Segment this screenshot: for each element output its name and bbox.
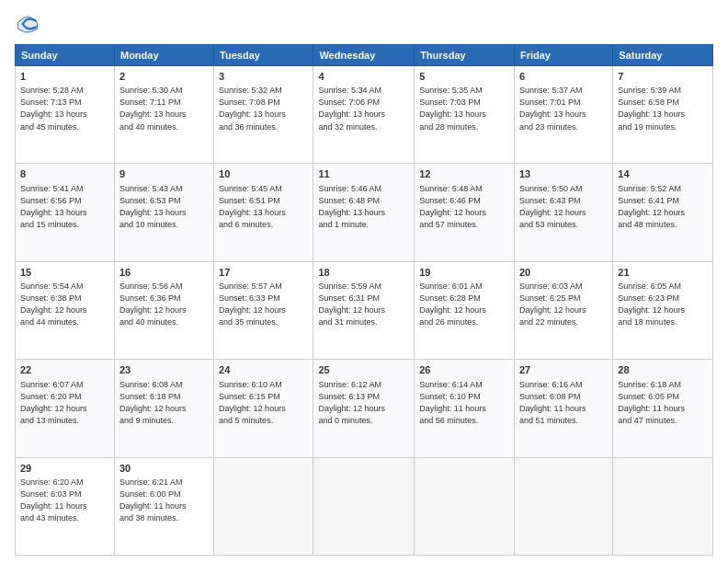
calendar-week-4: 22Sunrise: 6:07 AMSunset: 6:20 PMDayligh…	[16, 360, 713, 457]
calendar-table: SundayMondayTuesdayWednesdayThursdayFrid…	[15, 44, 713, 556]
day-info: Sunrise: 5:32 AMSunset: 7:08 PMDaylight:…	[219, 85, 308, 132]
weekday-header-friday: Friday	[514, 45, 612, 66]
day-number: 4	[318, 70, 409, 84]
day-number: 9	[119, 167, 209, 181]
calendar-cell: 16Sunrise: 5:56 AMSunset: 6:36 PMDayligh…	[114, 261, 213, 359]
calendar-cell: 15Sunrise: 5:54 AMSunset: 6:38 PMDayligh…	[16, 261, 115, 359]
calendar-cell: 18Sunrise: 5:59 AMSunset: 6:31 PMDayligh…	[313, 261, 415, 359]
day-number: 10	[219, 167, 308, 181]
calendar-cell: 17Sunrise: 5:57 AMSunset: 6:33 PMDayligh…	[214, 261, 313, 359]
day-info: Sunrise: 5:35 AMSunset: 7:03 PMDaylight:…	[419, 85, 509, 132]
calendar-cell	[415, 457, 515, 555]
day-info: Sunrise: 6:12 AMSunset: 6:13 PMDaylight:…	[318, 379, 409, 427]
day-number: 18	[318, 266, 409, 280]
day-info: Sunrise: 6:21 AMSunset: 6:00 PMDaylight:…	[119, 477, 209, 524]
calendar-cell: 1Sunrise: 5:28 AMSunset: 7:13 PMDaylight…	[16, 66, 115, 164]
day-number: 6	[519, 70, 608, 84]
calendar-cell: 22Sunrise: 6:07 AMSunset: 6:20 PMDayligh…	[16, 360, 115, 457]
calendar-cell: 28Sunrise: 6:18 AMSunset: 6:05 PMDayligh…	[613, 360, 713, 457]
day-info: Sunrise: 6:18 AMSunset: 6:05 PMDaylight:…	[618, 379, 708, 427]
day-info: Sunrise: 6:16 AMSunset: 6:08 PMDaylight:…	[519, 379, 608, 427]
calendar-week-5: 29Sunrise: 6:20 AMSunset: 6:03 PMDayligh…	[16, 457, 713, 555]
day-info: Sunrise: 6:08 AMSunset: 6:18 PMDaylight:…	[119, 379, 209, 427]
day-info: Sunrise: 5:57 AMSunset: 6:33 PMDaylight:…	[219, 281, 308, 328]
day-number: 19	[419, 266, 509, 280]
day-number: 28	[618, 363, 708, 377]
calendar-cell: 13Sunrise: 5:50 AMSunset: 6:43 PMDayligh…	[514, 164, 612, 261]
day-info: Sunrise: 5:45 AMSunset: 6:51 PMDaylight:…	[219, 183, 308, 231]
calendar-cell: 10Sunrise: 5:45 AMSunset: 6:51 PMDayligh…	[214, 164, 313, 261]
calendar-cell: 12Sunrise: 5:48 AMSunset: 6:46 PMDayligh…	[415, 164, 515, 261]
day-number: 22	[20, 363, 109, 377]
weekday-header-wednesday: Wednesday	[313, 45, 415, 66]
weekday-header-tuesday: Tuesday	[214, 45, 313, 66]
day-info: Sunrise: 6:07 AMSunset: 6:20 PMDaylight:…	[20, 379, 109, 427]
day-number: 12	[419, 167, 509, 181]
day-info: Sunrise: 5:54 AMSunset: 6:38 PMDaylight:…	[20, 281, 109, 328]
weekday-header-row: SundayMondayTuesdayWednesdayThursdayFrid…	[16, 45, 713, 66]
calendar-cell	[514, 457, 612, 555]
day-number: 14	[618, 167, 708, 181]
day-info: Sunrise: 6:03 AMSunset: 6:25 PMDaylight:…	[519, 281, 608, 328]
calendar-cell: 26Sunrise: 6:14 AMSunset: 6:10 PMDayligh…	[415, 360, 515, 457]
day-info: Sunrise: 5:50 AMSunset: 6:43 PMDaylight:…	[519, 183, 608, 231]
calendar-cell: 25Sunrise: 6:12 AMSunset: 6:13 PMDayligh…	[313, 360, 415, 457]
calendar-cell: 6Sunrise: 5:37 AMSunset: 7:01 PMDaylight…	[514, 66, 612, 164]
logo	[15, 11, 44, 37]
calendar-cell: 11Sunrise: 5:46 AMSunset: 6:48 PMDayligh…	[313, 164, 415, 261]
day-info: Sunrise: 6:05 AMSunset: 6:23 PMDaylight:…	[618, 281, 708, 328]
weekday-header-thursday: Thursday	[415, 45, 515, 66]
calendar-cell	[613, 457, 713, 555]
calendar-cell: 19Sunrise: 6:01 AMSunset: 6:28 PMDayligh…	[415, 261, 515, 359]
day-info: Sunrise: 5:46 AMSunset: 6:48 PMDaylight:…	[318, 183, 409, 231]
day-number: 11	[318, 167, 409, 181]
day-number: 24	[219, 363, 308, 377]
day-number: 29	[20, 462, 109, 476]
day-info: Sunrise: 5:48 AMSunset: 6:46 PMDaylight:…	[419, 183, 509, 231]
day-info: Sunrise: 5:37 AMSunset: 7:01 PMDaylight:…	[519, 85, 608, 132]
calendar-cell: 30Sunrise: 6:21 AMSunset: 6:00 PMDayligh…	[114, 457, 213, 555]
calendar-cell: 3Sunrise: 5:32 AMSunset: 7:08 PMDaylight…	[214, 66, 313, 164]
day-number: 15	[20, 266, 109, 280]
day-number: 27	[519, 363, 608, 377]
calendar-cell: 24Sunrise: 6:10 AMSunset: 6:15 PMDayligh…	[214, 360, 313, 457]
calendar-cell: 20Sunrise: 6:03 AMSunset: 6:25 PMDayligh…	[514, 261, 612, 359]
calendar-cell: 14Sunrise: 5:52 AMSunset: 6:41 PMDayligh…	[613, 164, 713, 261]
day-number: 26	[419, 363, 509, 377]
day-number: 21	[618, 266, 708, 280]
day-info: Sunrise: 5:59 AMSunset: 6:31 PMDaylight:…	[318, 281, 409, 328]
day-number: 8	[20, 167, 109, 181]
calendar-cell: 4Sunrise: 5:34 AMSunset: 7:06 PMDaylight…	[313, 66, 415, 164]
day-info: Sunrise: 5:41 AMSunset: 6:56 PMDaylight:…	[20, 183, 109, 231]
day-info: Sunrise: 6:10 AMSunset: 6:15 PMDaylight:…	[219, 379, 308, 427]
calendar-cell: 9Sunrise: 5:43 AMSunset: 6:53 PMDaylight…	[114, 164, 213, 261]
calendar-cell: 8Sunrise: 5:41 AMSunset: 6:56 PMDaylight…	[16, 164, 115, 261]
weekday-header-saturday: Saturday	[613, 45, 713, 66]
calendar-week-2: 8Sunrise: 5:41 AMSunset: 6:56 PMDaylight…	[16, 164, 713, 261]
day-info: Sunrise: 5:28 AMSunset: 7:13 PMDaylight:…	[20, 85, 109, 132]
calendar-cell: 27Sunrise: 6:16 AMSunset: 6:08 PMDayligh…	[514, 360, 612, 457]
day-info: Sunrise: 5:43 AMSunset: 6:53 PMDaylight:…	[119, 183, 209, 231]
day-number: 13	[519, 167, 608, 181]
header	[15, 11, 713, 37]
calendar-cell: 23Sunrise: 6:08 AMSunset: 6:18 PMDayligh…	[114, 360, 213, 457]
day-number: 25	[318, 363, 409, 377]
day-number: 3	[219, 70, 308, 84]
calendar-cell: 2Sunrise: 5:30 AMSunset: 7:11 PMDaylight…	[114, 66, 213, 164]
calendar-cell	[214, 457, 313, 555]
calendar-cell	[313, 457, 415, 555]
day-info: Sunrise: 6:14 AMSunset: 6:10 PMDaylight:…	[419, 379, 509, 427]
day-number: 1	[20, 70, 109, 84]
day-number: 7	[618, 70, 708, 84]
day-info: Sunrise: 5:56 AMSunset: 6:36 PMDaylight:…	[119, 281, 209, 328]
day-number: 2	[119, 70, 209, 84]
calendar-cell: 7Sunrise: 5:39 AMSunset: 6:58 PMDaylight…	[613, 66, 713, 164]
day-info: Sunrise: 5:34 AMSunset: 7:06 PMDaylight:…	[318, 85, 409, 132]
day-number: 5	[419, 70, 509, 84]
calendar-cell: 29Sunrise: 6:20 AMSunset: 6:03 PMDayligh…	[16, 457, 115, 555]
day-number: 30	[119, 462, 209, 476]
day-info: Sunrise: 5:30 AMSunset: 7:11 PMDaylight:…	[119, 85, 209, 132]
calendar-week-1: 1Sunrise: 5:28 AMSunset: 7:13 PMDaylight…	[16, 66, 713, 164]
day-number: 23	[119, 363, 209, 377]
day-info: Sunrise: 5:39 AMSunset: 6:58 PMDaylight:…	[618, 85, 708, 132]
